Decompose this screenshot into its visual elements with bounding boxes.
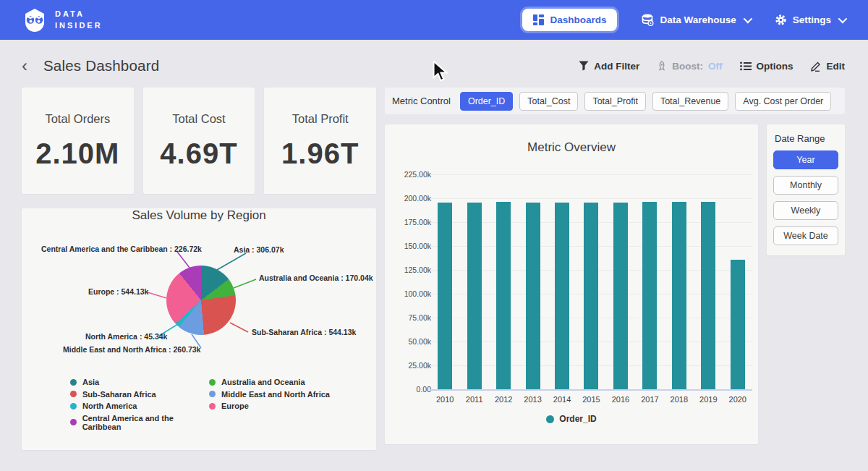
legend-dot — [70, 419, 77, 425]
options-button[interactable]: Options — [740, 61, 793, 72]
date-range-option-monthly[interactable]: Monthly — [773, 176, 838, 195]
metric-option-order-id[interactable]: Order_ID — [460, 92, 513, 111]
y-axis-tick: 225.00k — [404, 170, 431, 179]
bar-2020 — [731, 260, 745, 389]
date-range-label: Date Range — [775, 133, 838, 144]
brand-logo[interactable]: DATA INSIDER — [22, 7, 103, 33]
pie-callout-line — [148, 292, 166, 298]
back-button[interactable]: ‹ — [22, 57, 27, 75]
x-axis-tick: 2017 — [635, 395, 664, 404]
kpi-label: Total Cost — [172, 112, 225, 126]
bar-slot — [459, 174, 488, 389]
date-range-option-week-date[interactable]: Week Date — [773, 226, 838, 245]
x-axis-tick: 2019 — [694, 395, 723, 404]
legend-dot — [70, 391, 77, 397]
y-axis-tick: 50.00k — [408, 337, 431, 346]
bar-slot — [576, 174, 605, 389]
boost-toggle[interactable]: Boost: Off — [657, 61, 722, 72]
bar-chart-title: Metric Overview — [385, 140, 758, 155]
y-axis-tick: 175.00k — [404, 218, 431, 226]
bar-2013 — [526, 203, 540, 389]
bar-chart-x-axis: 2010201120122013201420152016201720182019… — [430, 395, 752, 404]
pie-legend-column: Australia and OceaniaMiddle East and Nor… — [209, 378, 330, 431]
bar-2010 — [438, 203, 452, 389]
nav-data-warehouse[interactable]: Data Warehouse — [642, 14, 749, 26]
y-axis-tick: 200.00k — [404, 194, 431, 203]
kpi-card-total-cost: Total Cost 4.69T — [143, 88, 255, 194]
pie-callout-label: Central America and the Caribbean : 226.… — [41, 245, 202, 253]
kpi-card-total-orders: Total Orders 2.10M — [22, 88, 134, 194]
pie-legend-item: Asia — [70, 378, 209, 386]
nav-data-warehouse-label: Data Warehouse — [660, 14, 736, 25]
x-axis-tick: 2016 — [606, 395, 635, 404]
bar-slot — [635, 174, 664, 389]
metric-option-total-revenue[interactable]: Total_Revenue — [652, 92, 728, 111]
pie-legend-label: North America — [82, 402, 137, 410]
pie-legend-item: Europe — [209, 402, 330, 410]
kpi-label: Total Profit — [292, 112, 349, 126]
pie-chart-area: Asia : 306.07kAustralia and Oceania : 17… — [22, 226, 376, 375]
legend-dot — [546, 415, 554, 423]
legend-dot — [209, 379, 216, 386]
pie-legend-label: Middle East and North Africa — [221, 390, 330, 399]
pie-legend-label: Asia — [82, 378, 99, 386]
date-range-option-year[interactable]: Year — [773, 150, 838, 169]
metric-option-total-cost[interactable]: Total_Cost — [519, 92, 578, 111]
gear-icon — [775, 14, 787, 26]
pie-chart-title: Sales Volume by Region — [22, 208, 376, 223]
dashboards-grid-icon — [533, 14, 544, 25]
metric-option-avg-cost-per-order[interactable]: Avg. Cost per Order — [735, 92, 831, 111]
bar-slot — [548, 174, 576, 389]
x-axis-tick: 2013 — [518, 395, 547, 404]
x-axis-tick: 2020 — [723, 395, 752, 404]
pie-chart — [166, 266, 236, 335]
owl-logo-icon — [22, 7, 48, 33]
kpi-card-total-profit: Total Profit 1.96T — [264, 88, 376, 194]
date-range-panel: Date Range YearMonthlyWeeklyWeek Date — [767, 124, 845, 255]
nav-dashboards[interactable]: Dashboards — [522, 9, 617, 31]
pie-callout-line — [230, 323, 248, 332]
bar-chart-plot — [430, 174, 752, 389]
kpi-value: 1.96T — [281, 137, 359, 170]
page-title: Sales Dashboard — [43, 57, 159, 75]
chevron-down-icon — [743, 14, 752, 24]
y-axis-tick: 125.00k — [404, 266, 431, 274]
rocket-icon — [657, 61, 667, 72]
pie-callout-line — [217, 253, 246, 270]
legend-dot — [209, 391, 216, 397]
nav-settings[interactable]: Settings — [775, 14, 845, 26]
x-axis-tick: 2018 — [665, 395, 694, 404]
top-navbar: DATA INSIDER Dashboards Data Warehouse — [0, 0, 868, 40]
x-axis-tick: 2015 — [576, 395, 605, 404]
chevron-down-icon — [838, 14, 848, 24]
boost-label: Boost: — [672, 61, 703, 72]
bar-2015 — [584, 203, 598, 389]
bar-slot — [489, 174, 518, 389]
brand-name: DATA INSIDER — [55, 9, 103, 32]
bar-2012 — [496, 202, 511, 389]
bar-2017 — [642, 202, 657, 389]
metric-control-bar: Metric Control Order_IDTotal_CostTotal_P… — [385, 88, 845, 114]
bar-slot — [518, 174, 547, 389]
pie-legend-item: Central America and the Caribbean — [70, 414, 209, 431]
database-icon — [642, 14, 654, 26]
legend-dot — [70, 379, 77, 386]
metric-option-total-profit[interactable]: Total_Profit — [584, 92, 646, 111]
date-range-option-weekly[interactable]: Weekly — [773, 201, 838, 220]
y-axis-tick: 75.00k — [408, 313, 431, 322]
kpi-value: 4.69T — [160, 137, 237, 170]
kpi-value: 2.10M — [35, 137, 119, 170]
gridline — [430, 389, 752, 391]
x-axis-tick: 2014 — [548, 395, 576, 404]
x-axis-tick: 2012 — [489, 395, 518, 404]
bar-chart-legend: Order_ID — [385, 414, 758, 424]
pie-legend-column: AsiaSub-Saharan AfricaNorth AmericaCentr… — [70, 378, 209, 431]
add-filter-button[interactable]: Add Filter — [579, 61, 639, 72]
pie-legend-label: Europe — [221, 402, 249, 410]
kpi-label: Total Orders — [45, 112, 110, 126]
bar-2014 — [555, 203, 569, 389]
edit-button[interactable]: Edit — [811, 61, 846, 72]
y-axis-tick: 100.00k — [404, 289, 431, 298]
bar-2019 — [701, 202, 715, 389]
pie-callout-line — [234, 279, 256, 288]
